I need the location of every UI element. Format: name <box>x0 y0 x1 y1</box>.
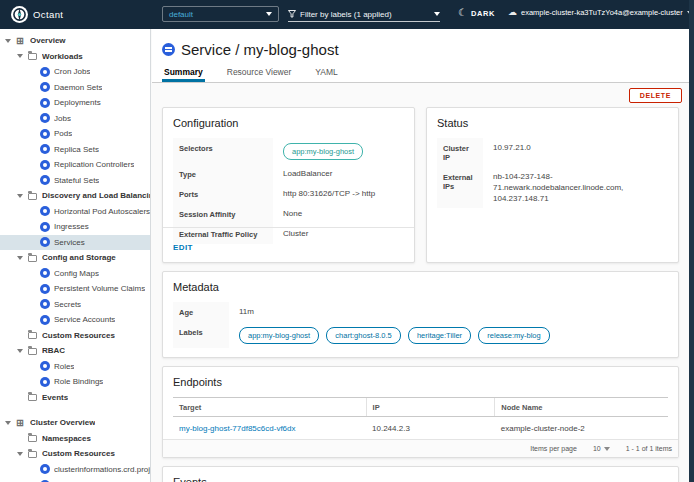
labels-chips: app:my-blog-ghost chart:ghost-8.0.5 heri… <box>229 322 668 348</box>
sidebar-item-replication-controllers[interactable]: Replication Controllers <box>0 157 150 173</box>
sidebar-item-csidrivers[interactable]: csidrivers.csi.storage.k8s.io <box>0 477 150 482</box>
sidebar-item-namespaces[interactable]: Namespaces <box>0 431 150 447</box>
sidebar-item-label: Stateful Sets <box>54 176 99 185</box>
sidebar-item-label: Custom Resources <box>42 331 115 340</box>
folder-icon <box>28 451 37 458</box>
selectors-label: Selectors <box>173 138 273 164</box>
metadata-title: Metadata <box>173 281 668 293</box>
sidebar-item-label: Cron Jobs <box>54 67 90 76</box>
chevron-down-icon <box>434 12 440 16</box>
sidebar-item-ingresses[interactable]: Ingresses <box>0 219 150 235</box>
sidebar-item-overview[interactable]: ⊞ Overview <box>0 33 150 49</box>
caret-down-icon[interactable] <box>17 256 23 260</box>
type-label: Type <box>173 164 273 184</box>
sidebar-item-events[interactable]: Events <box>0 390 150 406</box>
sidebar-item-services[interactable]: Services <box>0 235 150 251</box>
resource-icon <box>40 464 50 474</box>
page-size-select[interactable]: 10 <box>593 445 610 452</box>
apps-icon: ⊞ <box>16 418 26 428</box>
sidebar-item-replica-sets[interactable]: Replica Sets <box>0 142 150 158</box>
configuration-footer: EDIT <box>163 227 414 262</box>
octant-logo-icon <box>11 6 28 23</box>
label-chip[interactable]: heritage:Tiller <box>408 327 471 344</box>
sidebar-item-label: Config Maps <box>54 269 99 278</box>
folder-icon <box>28 255 37 262</box>
sidebar-item-roles[interactable]: Roles <box>0 359 150 375</box>
sidebar-item-custom-resources[interactable]: Custom Resources <box>0 328 150 344</box>
label-chip[interactable]: chart:ghost-8.0.5 <box>326 327 400 344</box>
column-header-target[interactable]: Target <box>173 398 366 417</box>
sidebar-item-stateful-sets[interactable]: Stateful Sets <box>0 173 150 189</box>
caret-down-icon[interactable] <box>5 39 11 43</box>
caret-spacer <box>17 397 23 398</box>
caret-down-icon[interactable] <box>5 421 11 425</box>
sidebar-item-secrets[interactable]: Secrets <box>0 297 150 313</box>
folder-icon <box>28 435 37 442</box>
chevron-down-icon <box>604 447 610 451</box>
namespace-dropdown[interactable]: default <box>162 6 279 22</box>
resource-icon <box>40 82 50 92</box>
table-pagination: Items per page 10 1 - 1 of 1 items <box>163 439 678 457</box>
sidebar-item-label: Events <box>42 393 68 402</box>
sidebar-item-rbac[interactable]: RBAC <box>0 343 150 359</box>
sidebar-item-label: Overview <box>30 36 66 45</box>
selector-chip[interactable]: app:my-blog-ghost <box>283 143 363 160</box>
page-title: Service / my-blog-ghost <box>181 41 339 58</box>
delete-button[interactable]: DELETE <box>629 88 682 103</box>
sidebar-item-service-accounts[interactable]: Service Accounts <box>0 312 150 328</box>
caret-down-icon[interactable] <box>17 452 23 456</box>
tab-summary[interactable]: Summary <box>162 65 205 82</box>
age-value: 11m <box>229 302 668 322</box>
navigation-sidebar: ⊞ Overview Workloads Cron Jobs Daemon Se… <box>0 29 151 482</box>
dark-mode-toggle[interactable]: ☾ DARK <box>458 8 495 18</box>
sidebar-item-workloads[interactable]: Workloads <box>0 49 150 65</box>
sidebar-item-deployments[interactable]: Deployments <box>0 95 150 111</box>
sidebar-item-discovery-and-load-balancing[interactable]: Discovery and Load Balancing <box>0 188 150 204</box>
main-content: Service / my-blog-ghost Summary Resource… <box>152 29 689 482</box>
session-affinity-label: Session Affinity <box>173 204 273 224</box>
items-per-page-label: Items per page <box>530 445 577 452</box>
namespace-value: default <box>169 10 193 19</box>
cluster-context-selector[interactable]: ☁ example-cluster-ka3TuTzYo4a@example-cl… <box>508 8 693 17</box>
label-chip[interactable]: release:my-blog <box>478 327 549 344</box>
ports-label: Ports <box>173 184 273 204</box>
sidebar-item-config-maps[interactable]: Config Maps <box>0 266 150 282</box>
sidebar-item-cluster-custom-resources[interactable]: Custom Resources <box>0 446 150 462</box>
moon-icon: ☾ <box>458 8 467 18</box>
sidebar-item-jobs[interactable]: Jobs <box>0 111 150 127</box>
label-filter-input[interactable]: Filter by labels (1 applied) <box>288 7 440 22</box>
sidebar-item-cluster-overview[interactable]: ⊞ Cluster Overview <box>0 415 150 431</box>
sidebar-item-clusterinformations[interactable]: clusterinformations.crd.projec <box>0 462 150 478</box>
tab-bar: Summary Resource Viewer YAML <box>162 65 689 82</box>
summary-row: Session Affinity None <box>173 204 404 224</box>
caret-down-icon[interactable] <box>17 349 23 353</box>
label-filter-text: Filter by labels (1 applied) <box>300 10 392 19</box>
sidebar-item-pods[interactable]: Pods <box>0 126 150 142</box>
column-header-node-name[interactable]: Node Name <box>495 398 668 417</box>
type-value: LoadBalancer <box>273 164 404 184</box>
tab-yaml[interactable]: YAML <box>313 65 340 82</box>
folder-icon <box>28 332 37 339</box>
resource-icon <box>40 206 50 216</box>
sidebar-item-role-bindings[interactable]: Role Bindings <box>0 374 150 390</box>
sidebar-item-cron-jobs[interactable]: Cron Jobs <box>0 64 150 80</box>
tab-resource-viewer[interactable]: Resource Viewer <box>225 65 294 82</box>
column-header-ip[interactable]: IP <box>366 398 495 417</box>
page-scrollbar[interactable] <box>689 0 694 482</box>
sidebar-item-horizontal-pod-autoscalers[interactable]: Horizontal Pod Autoscalers <box>0 204 150 220</box>
resource-icon <box>40 299 50 309</box>
edit-link[interactable]: EDIT <box>173 243 193 252</box>
caret-down-icon[interactable] <box>17 54 23 58</box>
resource-icon <box>40 268 50 278</box>
cluster-ip-label: Cluster IP <box>437 138 483 167</box>
caret-down-icon[interactable] <box>17 194 23 198</box>
metadata-card: Metadata Age 11m Labels app:my-blog-ghos… <box>162 271 679 358</box>
endpoints-table: Target IP Node Name my-blog-ghost-77df85… <box>173 397 668 439</box>
table-header-row: Target IP Node Name <box>173 398 668 417</box>
sidebar-item-daemon-sets[interactable]: Daemon Sets <box>0 80 150 96</box>
label-chip[interactable]: app:my-blog-ghost <box>239 327 319 344</box>
endpoint-target-link[interactable]: my-blog-ghost-77df85c6cd-vf6dx <box>179 424 296 433</box>
sidebar-item-config-and-storage[interactable]: Config and Storage <box>0 250 150 266</box>
sidebar-item-persistent-volume-claims[interactable]: Persistent Volume Claims <box>0 281 150 297</box>
sidebar-item-label: Discovery and Load Balancing <box>42 191 150 200</box>
